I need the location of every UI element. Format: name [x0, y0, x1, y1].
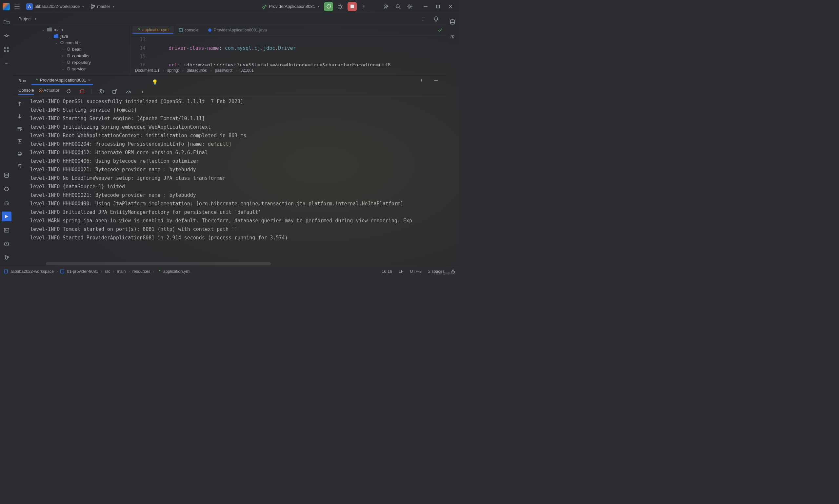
- editor-more-icon[interactable]: [418, 14, 428, 23]
- breadcrumb-item[interactable]: password:: [215, 68, 233, 73]
- screenshot-icon[interactable]: [97, 87, 106, 96]
- project-header: Project ▾: [13, 13, 446, 25]
- svg-point-18: [6, 63, 7, 64]
- crumb-main[interactable]: main: [117, 269, 125, 274]
- svg-point-6: [364, 6, 364, 7]
- svg-point-27: [423, 18, 423, 19]
- branch-selector[interactable]: master ▾: [88, 3, 116, 10]
- project-tool-title: Project: [18, 16, 32, 21]
- tree-service[interactable]: service: [72, 67, 86, 71]
- fold-icon[interactable]: ⌄: [48, 34, 52, 38]
- rerun-button[interactable]: [324, 2, 333, 11]
- run-tool-icon[interactable]: [2, 212, 12, 221]
- java-class-icon: [208, 28, 212, 32]
- scroll-down-icon[interactable]: [15, 112, 24, 121]
- project-tree[interactable]: ⌄main ⌄java ⌄com.hb ›bean ›controller ›r…: [13, 25, 131, 75]
- vcs-tool-icon[interactable]: [2, 253, 12, 263]
- structure-tool-icon[interactable]: [2, 44, 12, 54]
- close-tab-icon[interactable]: ×: [88, 78, 91, 83]
- crumb-file[interactable]: application.yml: [163, 269, 190, 274]
- status-bar: alibaba2022-workspace› 01-provider-8081›…: [0, 267, 459, 276]
- clear-trash-icon[interactable]: [15, 161, 24, 170]
- run-window-more-icon[interactable]: [417, 76, 426, 85]
- tab-application-yml[interactable]: application.yml: [133, 26, 173, 34]
- print-icon[interactable]: [15, 149, 24, 158]
- problems-tool-icon[interactable]: [2, 239, 12, 249]
- window-minimize-icon[interactable]: [420, 2, 431, 11]
- rerun-icon[interactable]: [64, 87, 73, 96]
- tree-controller[interactable]: controller: [72, 53, 89, 58]
- folder-icon: [47, 28, 52, 32]
- export-icon[interactable]: [110, 87, 119, 96]
- fold-icon[interactable]: ⌄: [41, 28, 45, 32]
- workspace-selector[interactable]: A alibaba2022-workspace ▾: [24, 3, 86, 11]
- performance-icon[interactable]: [124, 87, 133, 96]
- fold-icon[interactable]: ›: [61, 54, 65, 58]
- database-tool-icon[interactable]: [2, 170, 12, 180]
- scroll-up-icon[interactable]: [15, 99, 24, 108]
- breadcrumb-item[interactable]: 021001: [241, 68, 254, 73]
- project-tool-icon[interactable]: [2, 17, 12, 27]
- debug-button[interactable]: [336, 2, 345, 11]
- tab-console[interactable]: console: [175, 26, 203, 34]
- project-badge-icon: A: [26, 3, 33, 10]
- settings-gear-icon[interactable]: [405, 2, 414, 11]
- tab-provider-java[interactable]: ProviderApplication8081.java: [204, 26, 271, 34]
- database-right-icon[interactable]: [447, 17, 457, 27]
- notifications-bell-icon[interactable]: [431, 14, 441, 23]
- caret-position[interactable]: 16:16: [382, 269, 392, 274]
- toolbar-more-icon[interactable]: [138, 87, 147, 96]
- svg-point-7: [364, 7, 364, 8]
- breadcrumb-item[interactable]: datasource:: [187, 68, 207, 73]
- fold-icon[interactable]: ›: [61, 60, 65, 64]
- fold-icon[interactable]: ›: [61, 48, 65, 51]
- run-config-selector[interactable]: ProviderApplication8081 ▾: [260, 3, 321, 10]
- build-tool-icon[interactable]: [2, 198, 12, 208]
- inspection-ok-icon[interactable]: [435, 25, 445, 35]
- fold-icon[interactable]: ⌄: [61, 67, 65, 71]
- svg-point-5: [364, 4, 364, 5]
- window-close-icon[interactable]: [445, 2, 456, 11]
- code-editor[interactable]: 13 14 15 16 17 driver-class-name: com.my…: [131, 35, 446, 66]
- svg-point-19: [7, 63, 8, 64]
- more-run-icon[interactable]: [359, 2, 369, 11]
- search-icon[interactable]: [393, 2, 403, 11]
- window-maximize-icon[interactable]: [432, 2, 444, 11]
- svg-point-17: [5, 63, 6, 64]
- tree-main[interactable]: main: [54, 27, 63, 32]
- run-process-tab[interactable]: ProviderApplication8081 ×: [32, 76, 93, 85]
- svg-point-10: [409, 5, 411, 7]
- crumb-module[interactable]: 01-provider-8081: [67, 269, 98, 274]
- fold-icon[interactable]: ⌄: [54, 41, 58, 44]
- breadcrumb-item[interactable]: spring:: [167, 68, 179, 73]
- chevron-down-icon[interactable]: ▾: [35, 17, 36, 21]
- main-menu-icon[interactable]: [13, 2, 22, 11]
- tree-bean[interactable]: bean: [72, 47, 82, 52]
- hide-tool-window-icon[interactable]: [431, 76, 441, 85]
- services-tool-icon[interactable]: [2, 184, 12, 194]
- chevron-down-icon: ▾: [113, 4, 115, 8]
- more-tools-icon[interactable]: [2, 58, 12, 68]
- tree-java[interactable]: java: [60, 34, 68, 39]
- file-encoding[interactable]: UTF-8: [410, 269, 422, 274]
- code-lines[interactable]: driver-class-name: com.mysql.cj.jdbc.Dri…: [151, 35, 446, 66]
- stop-button[interactable]: [347, 2, 357, 11]
- crumb-resources[interactable]: resources: [133, 269, 151, 274]
- maven-icon[interactable]: m: [447, 32, 457, 41]
- soft-wrap-icon[interactable]: [15, 124, 24, 133]
- commit-tool-icon[interactable]: [2, 31, 12, 41]
- tab-label: application.yml: [142, 28, 170, 32]
- crumb-src[interactable]: src: [105, 269, 110, 274]
- crumb-workspace[interactable]: alibaba2022-workspace: [11, 269, 54, 274]
- console-subtab[interactable]: Console: [18, 88, 34, 95]
- actuator-subtab[interactable]: Actuator: [39, 88, 59, 95]
- scroll-to-end-icon[interactable]: [15, 137, 24, 146]
- tree-comhb[interactable]: com.hb: [66, 40, 80, 45]
- line-separator[interactable]: LF: [399, 269, 404, 274]
- console-output[interactable]: level-INFO OpenSSL successfully initiali…: [26, 96, 446, 262]
- terminal-tool-icon[interactable]: [2, 225, 12, 235]
- stop-process-icon[interactable]: [78, 87, 87, 96]
- tree-repository[interactable]: repository: [72, 60, 91, 65]
- horizontal-scrollbar[interactable]: [46, 262, 271, 265]
- code-with-me-icon[interactable]: [382, 2, 391, 11]
